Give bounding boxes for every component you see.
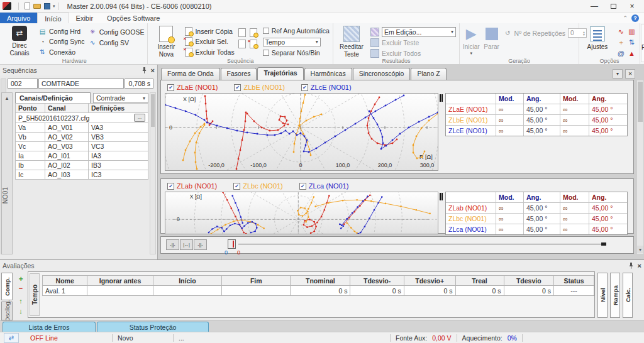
- tab-rampa[interactable]: Rampa: [610, 273, 620, 318]
- tab-lista-de-erros[interactable]: Lista de Erros: [3, 322, 96, 332]
- inserir-copia-button[interactable]: Inserir Cópia: [185, 27, 234, 36]
- close-view-icon[interactable]: ✕: [625, 69, 635, 79]
- close-panel-icon[interactable]: ×: [151, 67, 155, 74]
- copy-up-icon[interactable]: [238, 28, 246, 37]
- sequence-time-cell[interactable]: 0,708 s: [125, 79, 153, 89]
- maximize-button[interactable]: [604, 1, 623, 12]
- comtrade-dropdown[interactable]: Comtrade ▾: [93, 93, 148, 103]
- left-panel-scrollbar[interactable]: [150, 92, 156, 254]
- move-down-button[interactable]: ↓: [16, 307, 25, 315]
- harmonics-option-icon[interactable]: ▥: [627, 27, 636, 36]
- tempo-dropdown[interactable]: Tempo▾: [263, 38, 321, 46]
- chart-table-splitter[interactable]: [440, 93, 443, 170]
- collapse-up-icon[interactable]: ▴: [2, 93, 12, 101]
- remove-evaluation-button[interactable]: −: [16, 284, 25, 293]
- series-checkbox[interactable]: ZLaE (NO01): [167, 82, 218, 92]
- evaluation-row[interactable]: Aval. 1 0 s 0 s 0 s 0 s 0 s ---: [43, 286, 594, 296]
- move-up-button[interactable]: ↑: [16, 297, 25, 305]
- zoom-cursor-button[interactable]: -||-: [194, 239, 207, 250]
- iniciar-button[interactable]: ▶ Iniciar▾: [463, 24, 480, 57]
- scrollbar-thumb[interactable]: [638, 82, 643, 122]
- config-goose-button[interactable]: ✳Config GOOSE: [89, 27, 145, 36]
- trigger-option-icon[interactable]: ▲: [627, 48, 636, 58]
- conexao-button[interactable]: ⇅Conexão: [38, 48, 85, 57]
- table-row[interactable]: IbAO_I02IB3: [16, 161, 148, 170]
- tab-calc[interactable]: Calc.: [623, 273, 633, 318]
- minimize-button[interactable]: —: [585, 1, 604, 12]
- add-evaluation-button[interactable]: ＋: [16, 274, 25, 283]
- node-accordion-strip[interactable]: ▴ NO01: [1, 92, 13, 254]
- em-edicao-dropdown[interactable]: Em Edição...▾: [382, 27, 456, 37]
- tab-menu-icon[interactable]: ▾: [613, 69, 623, 79]
- menu-tab-exibir[interactable]: Exibir: [69, 13, 101, 23]
- direc-canais-button[interactable]: ⇄ Direc Canais: [4, 24, 35, 57]
- ref-ang-automatica-checkbox[interactable]: Ref Ang Automática: [263, 27, 330, 35]
- help-icon[interactable]: ?: [631, 14, 639, 22]
- config-hrd-button[interactable]: ▤Config Hrd: [38, 27, 85, 36]
- tab-harmonicas[interactable]: Harmônicas: [304, 68, 352, 80]
- spiral-option-icon[interactable]: @: [616, 48, 626, 58]
- table-row[interactable]: IaAO_I01IA3: [16, 151, 148, 161]
- excluir-todos-button[interactable]: Excluir Todos: [370, 49, 456, 58]
- comtrade-file-field[interactable]: P_5H502016102237.cfg: [18, 114, 89, 122]
- waveform-option-icon[interactable]: ∿: [616, 27, 626, 36]
- series-checkbox[interactable]: ZLbE (NO01): [234, 82, 284, 92]
- pin-icon[interactable]: [628, 263, 634, 269]
- browse-file-button[interactable]: ...: [134, 114, 145, 122]
- inserir-nova-button[interactable]: Inserir Nova: [151, 24, 181, 57]
- close-panel-icon[interactable]: ×: [638, 262, 641, 270]
- scrollbar-thumb[interactable]: [151, 94, 155, 127]
- menu-tab-arquivo[interactable]: Arquivo: [0, 13, 37, 23]
- zoom-extent-button[interactable]: |↔|: [180, 239, 193, 250]
- config-sv-button[interactable]: ∿Config SV: [89, 38, 145, 47]
- series-checkbox[interactable]: ZLcE (NO01): [301, 82, 352, 92]
- reeditar-teste-button[interactable]: Reeditar Teste: [336, 24, 367, 57]
- tab-sincronoscopio[interactable]: Sincronoscópio: [353, 68, 411, 80]
- slider-handle[interactable]: [228, 239, 236, 249]
- tab-status-protecao[interactable]: Status Proteção: [97, 322, 209, 332]
- phasor-option-icon[interactable]: ＋: [616, 38, 626, 47]
- copy-smiley-icon[interactable]: [250, 28, 257, 37]
- table-row[interactable]: VcAO_V03VC3: [16, 142, 148, 151]
- save-button[interactable]: [42, 1, 52, 11]
- tab-plano-z[interactable]: Plano Z: [411, 68, 446, 80]
- series-checkbox[interactable]: ZLbc (NO01): [233, 181, 283, 191]
- ajustes-button[interactable]: Ajustes: [582, 24, 613, 57]
- tab-nivel[interactable]: Nível: [597, 273, 608, 318]
- excluir-teste-button[interactable]: Excluir Teste: [370, 38, 456, 47]
- close-button[interactable]: ×: [623, 1, 641, 12]
- relatorio-button[interactable]: Relatório▾: [641, 24, 644, 62]
- main-vertical-scrollbar[interactable]: ▼: [636, 80, 644, 254]
- collapse-ribbon-icon[interactable]: ⌃: [623, 15, 628, 21]
- tab-canais-definicao[interactable]: Canais/Definição: [15, 92, 91, 103]
- paste-up-icon[interactable]: [238, 40, 246, 48]
- scroll-down-icon[interactable]: ▼: [637, 246, 643, 253]
- tab-trajetorias[interactable]: Trajetórias: [257, 67, 303, 80]
- sequence-name-cell[interactable]: COMTRADE: [38, 79, 124, 89]
- vector-option-icon[interactable]: ⇅: [627, 38, 636, 47]
- tab-fasores[interactable]: Fasores: [221, 68, 257, 80]
- open-file-button[interactable]: [32, 1, 42, 11]
- series-checkbox[interactable]: ZLca (NO01): [299, 181, 349, 191]
- menu-tab-opcoes-software[interactable]: Opções Software: [100, 13, 167, 23]
- chart-table-splitter[interactable]: [440, 192, 443, 233]
- series-checkbox[interactable]: ZLab (NO01): [167, 181, 217, 191]
- tab-oscilog[interactable]: Oscilog.: [1, 302, 13, 320]
- menu-tab-inicio[interactable]: Início: [37, 13, 69, 23]
- connection-sync-icon[interactable]: ⇄: [4, 333, 19, 343]
- pin-icon[interactable]: [142, 67, 147, 74]
- table-row[interactable]: VbAO_V02VB3: [16, 133, 148, 142]
- slider-track[interactable]: [238, 244, 606, 244]
- excluir-sel-button[interactable]: ×Excluir Sel.: [185, 37, 234, 46]
- config-sync-button[interactable]: ◔Config Sync: [38, 37, 85, 46]
- new-file-button[interactable]: [22, 1, 32, 11]
- zoom-fit-button[interactable]: -||-: [166, 239, 179, 250]
- sequence-number-cell[interactable]: 002: [8, 79, 38, 89]
- parar-button[interactable]: Parar: [484, 24, 500, 57]
- excluir-todas-button[interactable]: ×Excluir Todas: [185, 48, 234, 57]
- separar-nos-bin-checkbox[interactable]: Separar Nós/Bin: [263, 49, 330, 57]
- table-row[interactable]: IcAO_I03IC3: [16, 170, 148, 180]
- tab-comp[interactable]: Comp.: [1, 273, 13, 300]
- table-row[interactable]: VaAO_V01VA3: [16, 123, 148, 133]
- tab-forma-de-onda[interactable]: Forma de Onda: [161, 68, 220, 80]
